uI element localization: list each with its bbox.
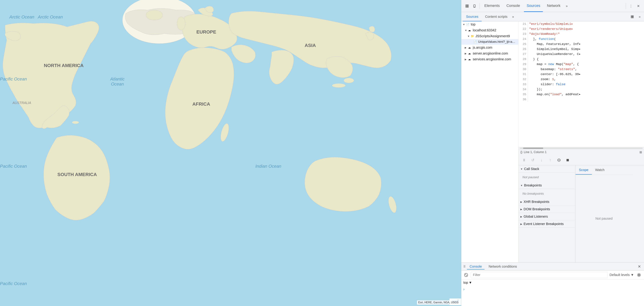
pacific-ocean-south-label: Pacific Ocean — [0, 164, 27, 169]
svg-point-8 — [146, 10, 163, 20]
dont-pause-on-exceptions-btn[interactable]: ⏹ — [565, 157, 571, 163]
tree-label-uniquevalues: UniqueValues.html?_ijt=a0as... — [478, 40, 517, 44]
console-block-icon[interactable] — [464, 272, 469, 278]
breakpoints-arrow: ▼ — [520, 184, 523, 187]
subtab-more-options[interactable]: » — [636, 14, 643, 20]
code-content[interactable]: 21 "esri/symbols/SimpleLi▸ 22 "esri/rend… — [518, 22, 644, 147]
tab-network[interactable]: Network — [544, 0, 563, 12]
code-line-32: 32 zoom: 1, — [518, 77, 644, 82]
code-scrollbar[interactable] — [518, 147, 644, 149]
svg-line-24 — [465, 274, 467, 276]
tab-console[interactable]: Console — [504, 0, 523, 12]
close-devtools-btn[interactable]: ✕ — [635, 3, 641, 9]
code-line-24: 24 ], function( — [518, 36, 644, 42]
pacific-ocean-bottom-label: Pacific Ocean — [0, 281, 27, 286]
tree-item-servicesarcgis[interactable]: ▶ ☁ services.arcgisonline.com — [461, 56, 518, 62]
tree-label-localhost: localhost:63342 — [473, 28, 496, 32]
sync-icon-btn[interactable] — [629, 14, 635, 20]
event-listener-breakpoints-header[interactable]: ▶ Event Listener Breakpoints — [518, 220, 575, 228]
subtab-actions: » — [629, 14, 643, 20]
xhr-breakpoints-label: XHR Breakpoints — [524, 200, 549, 204]
more-options-btn[interactable]: ⋮ — [628, 3, 634, 9]
console-tab-console[interactable]: Console — [467, 264, 484, 270]
arrow-jsscripts: ▼ — [468, 35, 470, 38]
toolbar-right: ⋮ ✕ — [625, 3, 641, 9]
xhr-breakpoints-header[interactable]: ▶ XHR Breakpoints — [518, 198, 575, 206]
global-listeners-header[interactable]: ▶ Global Listeners — [518, 213, 575, 220]
tree-item-uniquevalues[interactable]: ▶ 📄 UniqueValues.html?_ijt=a0as... — [461, 39, 518, 44]
arrow-top: ▼ — [463, 23, 466, 26]
code-line-25: 25 Map, FeatureLayer, Inf▸ — [518, 42, 644, 46]
scrollbar-thumb[interactable] — [523, 148, 543, 149]
step-over-btn[interactable]: ↺ — [530, 157, 536, 163]
code-status-bar: {} Line 1, Column 1 ⊞ — [518, 149, 644, 155]
call-stack-empty: Not paused — [518, 173, 575, 182]
tree-item-top[interactable]: ▼ 📄 top — [461, 22, 518, 27]
code-line-27: 27 UniqueValueRenderer, C▸ — [518, 52, 644, 57]
svg-point-16 — [474, 7, 474, 7]
code-line-26: 26 SimpleLineSymbol, Simp▸ — [518, 46, 644, 52]
code-line-30: 30 basemap: "streets", — [518, 67, 644, 72]
bottom-section: ▼ Call Stack Not paused ▼ Breakpoints No… — [518, 165, 644, 262]
breakpoints-panel: ▼ Call Stack Not paused ▼ Breakpoints No… — [518, 165, 576, 262]
breakpoints-header[interactable]: ▼ Breakpoints — [518, 182, 575, 189]
breakpoints-label: Breakpoints — [524, 184, 542, 187]
tree-item-localhost[interactable]: ▼ ☁ localhost:63342 — [461, 27, 518, 33]
arctic-ocean-label2: Arctic Ocean — [38, 14, 63, 20]
format-icon[interactable]: ⊞ — [640, 150, 642, 154]
console-settings-btn[interactable] — [636, 272, 642, 278]
tree-item-serverarcgis[interactable]: ▶ ☁ server.arcgisonline.com — [461, 50, 518, 56]
global-arrow: ▶ — [520, 215, 522, 218]
console-close-btn[interactable]: ✕ — [636, 264, 642, 269]
africa-label: AFRICA — [192, 102, 210, 107]
event-arrow: ▶ — [520, 223, 522, 225]
arrow-jsarcgis: ▶ — [465, 46, 468, 49]
south-america-label: SOUTH AMERICA — [57, 172, 97, 177]
subtabs-more[interactable]: » — [511, 14, 515, 19]
tree-label-jsscripts: JSScripts/Assignment9 — [476, 34, 510, 38]
svg-point-3 — [177, 17, 185, 30]
code-line-21: 21 "esri/symbols/SimpleLi▸ — [518, 22, 644, 26]
map-area[interactable]: NORTH AMERICA SOUTH AMERICA EUROPE AFRIC… — [0, 0, 461, 306]
sources-subtabs: Sources Content scripts » » — [461, 12, 644, 22]
inspect-icon-btn[interactable] — [464, 3, 470, 9]
australia-label: AUSTRALIA — [12, 101, 31, 105]
console-input-area: › — [461, 286, 644, 292]
code-line-28: 28 ) { — [518, 57, 644, 62]
subtab-content-scripts[interactable]: Content scripts — [482, 12, 511, 21]
breakpoints-empty: No breakpoints — [518, 189, 575, 198]
tree-item-jsarcgis[interactable]: ▶ ☁ js.arcgis.com — [461, 44, 518, 50]
console-levels-select[interactable]: Default levels ▼ — [610, 273, 634, 277]
cloud-icon-jsarcgis: ☁ — [468, 46, 472, 49]
console-context-selector[interactable]: top ▼ — [464, 281, 472, 284]
console-dots-btn[interactable]: ⠿ — [464, 265, 466, 268]
tab-elements[interactable]: Elements — [482, 0, 502, 12]
deactivate-breakpoints-btn[interactable] — [556, 157, 562, 163]
attribution-text: Esri, HERE, Garmin, NGA, USGS — [418, 301, 458, 304]
svg-rect-20 — [632, 17, 634, 18]
scope-tab-scope[interactable]: Scope — [576, 165, 592, 174]
cursor-position: Line 1, Column 1 — [524, 150, 546, 154]
svg-point-2 — [72, 121, 79, 124]
console-tab-network-conditions[interactable]: Network conditions — [486, 264, 520, 270]
step-into-btn[interactable]: ↓ — [538, 157, 544, 163]
tree-label-jsarcgis: js.arcgis.com — [473, 46, 492, 50]
arctic-ocean-label: Arctic Ocean — [9, 14, 34, 20]
code-line-22: 22 "esri/renderers/Unique▸ — [518, 26, 644, 32]
tree-item-jsscripts[interactable]: ▼ 📁 JSScripts/Assignment9 — [461, 33, 518, 39]
europe-label: EUROPE — [196, 29, 216, 34]
tab-sources[interactable]: Sources — [524, 0, 543, 12]
subtab-sources[interactable]: Sources — [463, 12, 482, 21]
console-filter-input[interactable] — [471, 272, 608, 278]
scrollbar-track[interactable] — [520, 148, 643, 149]
dom-breakpoints-header[interactable]: ▶ DOM Breakpoints — [518, 206, 575, 213]
call-stack-header[interactable]: ▼ Call Stack — [518, 165, 575, 173]
pause-btn[interactable]: ⏸ — [521, 157, 527, 163]
event-listener-breakpoints-label: Event Listener Breakpoints — [524, 222, 564, 226]
cloud-icon-serverarcgis: ☁ — [468, 52, 472, 55]
more-tabs-btn[interactable]: » — [564, 3, 569, 8]
scope-tab-watch[interactable]: Watch — [592, 165, 608, 174]
code-line-29: 29 map = new Map("map", { — [518, 62, 644, 67]
device-icon-btn[interactable] — [472, 3, 478, 9]
step-out-btn[interactable]: ↑ — [547, 157, 553, 163]
